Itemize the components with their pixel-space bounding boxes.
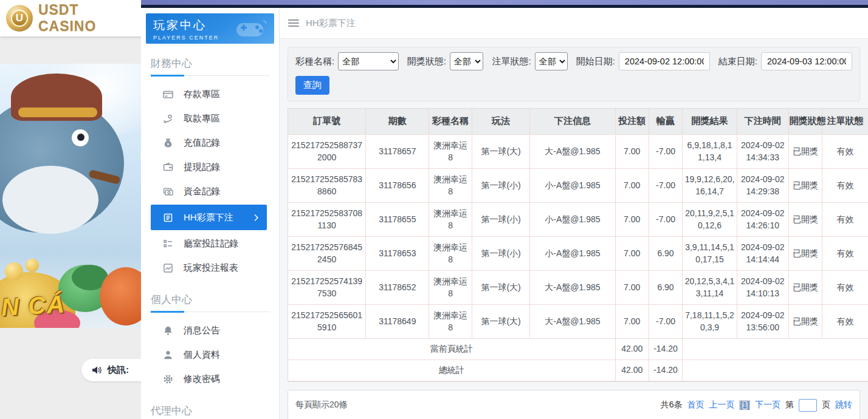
- sidebar-item-announcements[interactable]: 消息公告: [141, 318, 279, 342]
- table-cell: 澳洲幸运8: [429, 134, 472, 168]
- table-cell: 2024-09-02 13:56:00: [737, 304, 788, 338]
- promo-image: N CÁ: [0, 64, 141, 328]
- sidebar-item-label: 廳室投註記錄: [184, 238, 238, 250]
- ticker-label: 快訊:: [108, 364, 129, 376]
- bet-table-panel: 訂單號期數彩種名稱玩法下注信息投注額輸贏開獎結果下注時間開獎狀態注單狀態 215…: [288, 108, 868, 382]
- content: 彩種名稱: 全部 開獎狀態: 全部 注單狀態: 全部 開始日期: 結束日期: 查…: [280, 39, 868, 419]
- sidebar-item-withdraw[interactable]: 取款專區: [141, 106, 279, 131]
- jump-link[interactable]: 跳转: [835, 400, 852, 410]
- table-cell: 7.00: [615, 270, 649, 304]
- sidebar-item-profile[interactable]: 個人資料: [141, 342, 279, 367]
- table-cell: 20,11,9,2,5,10,12,6: [683, 202, 737, 236]
- promo-shape: [18, 107, 97, 117]
- draw-status-select[interactable]: 全部: [450, 52, 484, 70]
- sidebar-item-label: 取款專區: [184, 113, 220, 124]
- table-cell: 小-A盤@1.985: [530, 236, 615, 270]
- sidebar-item-change-password[interactable]: 修改密碼: [141, 367, 279, 391]
- table-cell: 7.00: [615, 304, 649, 338]
- menu-personal: 消息公告 個人資料 修改密碼: [141, 318, 279, 391]
- prev-page-link[interactable]: 上一页: [709, 400, 734, 410]
- table-row: 215217252565601591031178649澳洲幸运8第一球(大)大-…: [288, 304, 868, 338]
- column-header: 玩法: [472, 109, 529, 134]
- order-status-select[interactable]: 全部: [535, 52, 568, 70]
- table-cell: 2152172525837081130: [288, 202, 366, 236]
- table-cell: 2152172525741397530: [288, 270, 366, 304]
- start-date-input[interactable]: [619, 52, 710, 70]
- jump-prefix-text: 第: [785, 400, 794, 410]
- sidebar-item-player-bet-report[interactable]: 玩家投注報表: [141, 256, 279, 280]
- app-window: U USDT CASINO N CÁ 快訊:: [0, 0, 868, 419]
- section-title-finance: 財務中心: [151, 56, 269, 76]
- table-row: 215217252574139753031178652澳洲幸运8第一球(大)大-…: [288, 270, 868, 304]
- sidebar-item-recharge-records[interactable]: ¥ 充值記錄: [141, 131, 279, 155]
- gear-icon: [163, 374, 173, 384]
- first-page-link[interactable]: 首页: [687, 400, 704, 410]
- column-header: 下注信息: [530, 109, 615, 134]
- table-cell: 第一球(小): [472, 236, 529, 270]
- table-cell: 2152172525768452450: [288, 236, 366, 270]
- total-summary-row: 總統計 42.00 -14.20: [288, 359, 868, 381]
- sidebar-item-label: 資金記錄: [184, 186, 220, 197]
- table-cell: 31178655: [366, 202, 429, 236]
- next-page-link[interactable]: 下一页: [755, 400, 780, 410]
- sidebar-item-funds-records[interactable]: 資金記錄: [141, 179, 279, 203]
- news-ticker[interactable]: 快訊:: [81, 359, 141, 381]
- table-cell: 大-A盤@1.985: [530, 304, 615, 338]
- column-header: 投注額: [615, 109, 649, 134]
- sidebar-item-label: 玩家投注報表: [184, 262, 238, 274]
- left-decor-panel: U USDT CASINO N CÁ 快訊:: [0, 0, 141, 419]
- table-cell: 澳洲幸运8: [429, 202, 472, 236]
- jump-page-input[interactable]: [799, 399, 817, 412]
- table-cell: -7.00: [649, 134, 682, 168]
- list-icon: [163, 239, 173, 249]
- topbar: HH彩票下注: [280, 8, 868, 39]
- coin-logo-icon: U: [6, 5, 33, 32]
- end-date-input[interactable]: [761, 52, 852, 70]
- table-cell: 有效: [822, 134, 868, 168]
- table-cell: 2024-09-02 14:34:33: [737, 134, 788, 168]
- table-cell: 澳洲幸运8: [429, 168, 472, 202]
- table-cell: 2152172525656015910: [288, 304, 366, 338]
- gamepad-icon: [234, 18, 268, 43]
- chevron-right-icon: [253, 214, 259, 222]
- sidebar-item-room-bet-records[interactable]: 廳室投註記錄: [141, 231, 279, 256]
- table-cell: -7.00: [649, 168, 682, 202]
- search-button[interactable]: 查詢: [295, 76, 329, 95]
- sidebar-item-label: 消息公告: [184, 325, 220, 336]
- table-cell: 大-A盤@1.985: [530, 270, 615, 304]
- table-cell: 31178656: [366, 168, 429, 202]
- table-cell: 第一球(小): [472, 202, 529, 236]
- sidebar-item-deposit[interactable]: 存款專區: [141, 82, 279, 106]
- table-cell: 第一球(大): [472, 270, 529, 304]
- table-cell: 7.00: [615, 168, 649, 202]
- sidebar-item-lottery-bets[interactable]: HH彩票下注: [151, 205, 267, 230]
- sidebar-item-label: 充值記錄: [184, 137, 220, 149]
- table-cell: 第一球(大): [472, 304, 529, 338]
- table-cell: 7.00: [615, 236, 649, 270]
- current-page[interactable]: [1]: [739, 400, 750, 410]
- chart-icon: [163, 263, 173, 273]
- banknotes-icon: [163, 186, 173, 197]
- table-cell: 已開獎: [788, 202, 822, 236]
- sidebar-header: 玩家中心 PLAYERS CENTER: [146, 13, 274, 44]
- lottery-name-select[interactable]: 全部: [338, 52, 398, 70]
- hamburger-menu-icon[interactable]: [288, 19, 299, 27]
- order-status-label: 注單狀態:: [492, 56, 531, 67]
- page-title: HH彩票下注: [306, 18, 356, 29]
- section-title-agent: 代理中心: [151, 404, 269, 419]
- sidebar-item-label: 提現記錄: [184, 162, 220, 173]
- brand-name: USDT CASINO: [38, 2, 141, 35]
- column-header: 開獎結果: [683, 109, 737, 134]
- table-cell: 第一球(大): [472, 134, 529, 168]
- table-cell: 31178649: [366, 304, 429, 338]
- svg-text:¥: ¥: [167, 141, 170, 146]
- sidebar-item-withdrawal-records[interactable]: 提現記錄: [141, 155, 279, 179]
- pager: 共6条 首页 上一页 [1] 下一页 第 页 跳转: [661, 399, 852, 412]
- speaker-icon: [92, 366, 102, 375]
- table-cell: 3,9,11,14,5,10,17,15: [683, 236, 737, 270]
- table-cell: 2152172525857838860: [288, 168, 366, 202]
- table-cell: 已開獎: [788, 168, 822, 202]
- total-summary-empty: [683, 359, 868, 381]
- table-cell: 31178657: [366, 134, 429, 168]
- promo-shape: [2, 166, 98, 234]
